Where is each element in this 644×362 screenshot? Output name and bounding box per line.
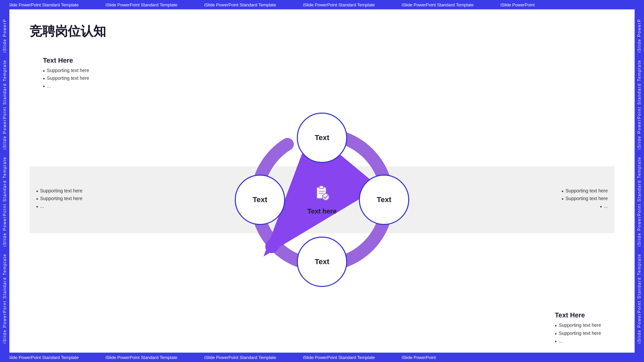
label-right-mid: Supporting text here Supporting text her…: [561, 188, 608, 212]
label-right-mid-list: Supporting text here Supporting text her…: [561, 188, 608, 210]
center-content: Text here: [307, 184, 336, 215]
label-top-left-list: Supporting text here Supporting text her…: [43, 68, 89, 90]
svg-rect-3: [319, 186, 323, 188]
list-item: Supporting text here: [43, 68, 89, 74]
node-bottom: Text: [297, 237, 347, 287]
list-item: Supporting text here: [561, 188, 608, 194]
label-bottom-right: Text Here Supporting text here Supportin…: [555, 311, 601, 346]
center-label: Text here: [307, 207, 336, 215]
watermark-left: iSlide PowerPoint Standard Template iSli…: [0, 0, 9, 362]
watermark-bottom: iSlide PowerPoint Standard Template iSli…: [0, 353, 644, 362]
label-bottom-right-list: Supporting text here Supporting text her…: [555, 322, 601, 345]
label-left-mid-list: Supporting text here Supporting text her…: [36, 188, 83, 210]
label-bottom-right-title: Text Here: [555, 311, 601, 319]
list-item: Supporting text here: [555, 330, 601, 337]
label-top-left: Text Here Supporting text here Supportin…: [43, 57, 89, 91]
diagram-area: Text Here Supporting text here Supportin…: [9, 47, 635, 353]
list-item: Supporting text here: [555, 322, 601, 329]
label-top-left-title: Text Here: [43, 57, 89, 64]
watermark-right: iSlide PowerPoint Standard Template iSli…: [635, 0, 644, 362]
checklist-icon: [313, 184, 331, 205]
node-top: Text: [297, 113, 347, 163]
label-left-mid: Supporting text here Supporting text her…: [36, 188, 83, 212]
watermark-top: iSlide PowerPoint Standard Template iSli…: [0, 0, 644, 9]
list-item: Supporting text here: [561, 196, 608, 202]
list-item: ...: [555, 338, 601, 345]
list-item: ...: [36, 203, 83, 210]
list-item: ...: [43, 83, 89, 89]
slide-content: 竞聘岗位认知 Text Here Supporting text here Su…: [9, 9, 635, 353]
circle-diagram: Text Text Text Text: [228, 106, 416, 294]
list-item: Supporting text here: [36, 196, 83, 202]
node-right: Text: [359, 175, 409, 225]
list-item: Supporting text here: [43, 75, 89, 82]
slide-title: 竞聘岗位认知: [9, 9, 635, 47]
list-item: Supporting text here: [36, 188, 83, 194]
node-left: Text: [235, 175, 285, 225]
list-item: ...: [561, 203, 608, 210]
